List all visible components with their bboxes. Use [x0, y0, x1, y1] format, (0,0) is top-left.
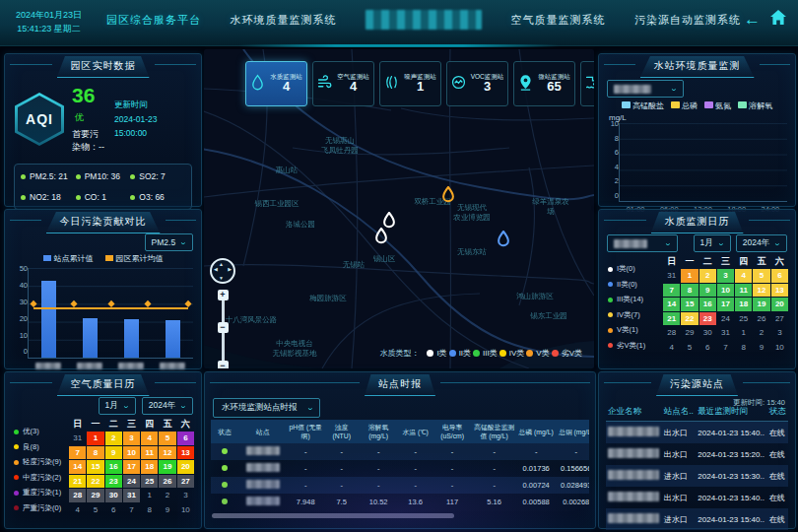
station-select[interactable]: ⌄ — [607, 80, 684, 98]
time-cell: 2024-01-23 15:20.. — [696, 443, 766, 465]
report-column-header: 站点 — [238, 420, 287, 443]
calendar-day: 16 — [699, 298, 716, 311]
bar — [124, 319, 139, 358]
year-select[interactable]: 2024年⌄ — [736, 234, 787, 252]
y-tick-label: 10 — [605, 120, 619, 128]
report-column-header: pH值 (无量纲) — [287, 420, 324, 443]
panel-water-quality: 水站环境质量监测 ⌄ 高锰酸盐总磷氨氮溶解氧 mg/L 1086420 01:0… — [598, 53, 796, 207]
map-place-label: 鸿山旅游区 — [516, 292, 554, 301]
report-column-header: 状态 — [211, 420, 238, 443]
calendar-day: 6 — [105, 503, 122, 517]
map-filter-button-6[interactable]: 污染源监测 6 — [580, 61, 594, 106]
month-select[interactable]: 1月⌄ — [99, 397, 136, 415]
map-filter-button-4[interactable]: VOC监测站 3 — [446, 61, 508, 106]
nav-park-platform[interactable]: 园区综合服务平台 — [106, 13, 201, 28]
redacted-category-label — [160, 363, 185, 369]
aqi-value: 36 — [72, 84, 95, 106]
value-cell: - — [432, 443, 473, 460]
pollutant-select[interactable]: PM2.5⌄ — [145, 233, 193, 251]
redacted-company-name — [608, 492, 659, 501]
station-marker[interactable] — [497, 231, 511, 251]
panel-station-report: 站点时报 水环境监测站点时报 ⌄ 状态站点pH值 (无量纲)浊度 (NTU)溶解… — [204, 371, 596, 529]
legend-dot-icon — [14, 444, 19, 449]
pan-up-icon[interactable]: ▲ — [219, 261, 224, 267]
calendar-legend-item: III类(14) — [608, 295, 663, 304]
map-filter-button-5[interactable]: 微站监测站 65 — [513, 61, 575, 106]
report-type-select[interactable]: 水环境监测站点时报 ⌄ — [213, 398, 320, 418]
nav-pollution-system[interactable]: 污染源自动监测系统 — [634, 13, 741, 28]
station-marker[interactable] — [441, 186, 456, 207]
calendar-day: 10 — [771, 341, 788, 355]
legend-item: 高锰酸盐 — [622, 100, 664, 111]
map-place-label: 锡西工业园区 — [255, 199, 299, 209]
legend-dot-icon — [608, 298, 613, 302]
legend-dot-icon — [608, 267, 613, 272]
calendar-weekday: 五 — [159, 417, 175, 431]
panel-title: 水质监测日历 — [651, 212, 744, 233]
map-pan-control[interactable]: ▲ ▼ ◀ ▶ — [210, 258, 235, 284]
calendar-day: 27 — [771, 312, 788, 326]
year-select[interactable]: 2024年⌄ — [142, 397, 193, 415]
calendar-day: 6 — [177, 432, 194, 445]
calendar-day: 7 — [69, 446, 86, 460]
station-report-table: 状态站点pH值 (无量纲)浊度 (NTU)溶解氧 (mg/L)水温 (℃)电导率… — [211, 420, 589, 510]
calendar-day: 21 — [663, 312, 680, 326]
zoom-out-button[interactable]: − — [218, 361, 229, 368]
calendar-weekday: 二 — [105, 417, 122, 431]
calendar-day: 7 — [717, 341, 734, 355]
value-cell: - — [359, 477, 399, 494]
redacted-station-name — [614, 85, 651, 94]
map-canvas[interactable]: 水质监测站 4 空气监测站 4 噪声监测站 1 VOC监测站 3 微站监测站 6… — [204, 49, 594, 368]
redacted-station-name — [246, 463, 280, 472]
nav-water-system[interactable]: 水环境质量监测系统 — [231, 13, 337, 28]
map-place-label: 中央电视台 无锡影视基地 — [273, 339, 317, 359]
calendar-legend-item: 轻度污染(9) — [14, 457, 69, 467]
value-cell: 10.52 — [359, 494, 399, 510]
value-cell: 7.5 — [324, 494, 358, 510]
table-row: 进水口2024-01-23 15:40..在线 — [606, 508, 788, 530]
nav-air-system[interactable]: 空气质量监测系统 — [511, 13, 606, 28]
panel-air-calendar: 空气质量日历 1月⌄ 2024年⌄ 优(3)良(8)轻度污染(9)中度污染(2)… — [4, 371, 202, 529]
map-filter-button-2[interactable]: 空气监测站 4 — [312, 61, 374, 106]
pan-down-icon[interactable]: ▼ — [219, 275, 224, 281]
value-cell: - — [432, 460, 473, 477]
calendar-legend-item: 优(3) — [14, 427, 69, 436]
station-select[interactable]: ⌄ — [607, 234, 678, 252]
calendar-day: 10 — [123, 446, 140, 460]
update-time-label: 更新时间 — [114, 98, 191, 111]
pan-right-icon[interactable]: ▶ — [228, 266, 232, 272]
value-cell: 117 — [432, 494, 473, 510]
time-cell: 2024-01-23 15:40.. — [696, 422, 766, 444]
month-select[interactable]: 1月⌄ — [694, 234, 731, 252]
y-tick-label: 10 — [11, 332, 28, 340]
y-tick-label: 20 — [11, 315, 28, 323]
calendar-day: 17 — [717, 298, 734, 311]
status-cell — [211, 443, 238, 460]
pan-left-icon[interactable]: ◀ — [214, 266, 218, 272]
home-icon[interactable] — [770, 10, 786, 29]
back-icon[interactable]: ← — [744, 11, 761, 28]
map-filter-button-1[interactable]: 水质监测站 4 — [245, 61, 307, 106]
legend-dot-icon — [608, 343, 613, 348]
y-tick-label: 8 — [605, 135, 619, 143]
report-column-header: 总磷 (mg/L) — [516, 420, 557, 443]
water-type-legend-item: V类 — [526, 349, 549, 358]
datetime: 2024年01月23日 15:41:23 星期二 — [16, 8, 82, 36]
zoom-slider-handle[interactable]: − — [218, 322, 229, 333]
legend-dot-icon — [608, 328, 613, 333]
zoom-in-button[interactable]: + — [218, 290, 229, 300]
legend-dot-icon — [552, 350, 559, 357]
calendar-weekday: 三 — [717, 254, 734, 268]
station-marker[interactable] — [374, 228, 389, 248]
legend-dot-icon — [499, 350, 506, 357]
calendar-legend-item: 中度污染(2) — [14, 473, 69, 483]
pollutant-metrics: PM2.5: 21PM10: 36SO2: 7NO2: 18CO: 1O3: 6… — [14, 164, 192, 210]
station-cell — [238, 460, 287, 477]
calendar-day: 14 — [663, 298, 680, 311]
horizontal-scrollbar[interactable] — [212, 513, 454, 518]
online-status-icon — [222, 499, 228, 504]
map-filter-button-3[interactable]: 噪声监测站 1 — [379, 61, 441, 106]
chevron-down-icon: ⌄ — [179, 402, 187, 410]
value-cell: - — [472, 443, 516, 460]
redacted-station-name — [614, 239, 647, 248]
